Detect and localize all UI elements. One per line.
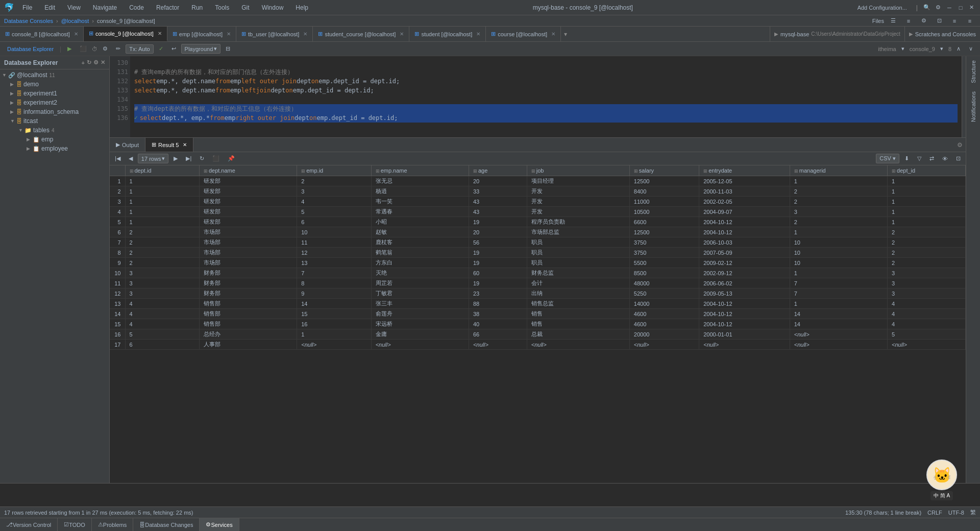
- line-down[interactable]: ∨: [966, 44, 976, 53]
- titlebar-menu-help[interactable]: Help: [291, 3, 312, 12]
- toolbar-icon-3[interactable]: ⚙: [918, 15, 930, 27]
- db-new-icon[interactable]: +: [82, 60, 85, 66]
- user-chevron[interactable]: ▾: [898, 44, 908, 53]
- titlebar-menu-run[interactable]: Run: [187, 3, 207, 12]
- tab-close-icon[interactable]: ✕: [303, 31, 307, 37]
- db-settings-icon[interactable]: ⚙: [93, 59, 99, 66]
- col-header-emp-id[interactable]: ⊞emp.id: [297, 165, 371, 176]
- toolbar-icon-6[interactable]: ≡: [964, 15, 976, 27]
- full-screen-btn[interactable]: ⊡: [953, 154, 964, 163]
- toolbar-icon-4[interactable]: ⊡: [933, 15, 945, 27]
- eye-btn[interactable]: 👁: [939, 155, 951, 163]
- tab-tb-user[interactable]: ⊞ tb_user [@localhost] ✕: [236, 27, 313, 41]
- db-explorer-btn[interactable]: Database Explorer: [4, 45, 57, 53]
- results-pin[interactable]: 📌: [225, 154, 238, 163]
- tab-student[interactable]: ⊞ student [@localhost] ✕: [409, 27, 486, 41]
- col-header-age[interactable]: ⊞age: [469, 165, 527, 176]
- breadcrumb-host[interactable]: @localhost: [61, 18, 89, 24]
- run-btn[interactable]: ▶: [64, 44, 75, 53]
- tab-close-icon[interactable]: ✕: [400, 31, 404, 37]
- results-last[interactable]: ▶|: [183, 154, 194, 163]
- tab-emp[interactable]: ⊞ emp [@localhost] ✕: [167, 27, 236, 41]
- result5-tab[interactable]: ⊞ Result 5 ✕: [145, 138, 193, 152]
- close-button[interactable]: ✕: [968, 4, 976, 12]
- results-table-wrapper[interactable]: ⊞dept.id ⊞dept.name ⊞emp.id ⊞emp.name ⊞a…: [110, 165, 966, 483]
- settings-icon[interactable]: ⚙: [934, 4, 942, 12]
- col-header-dept-id[interactable]: ⊞dept.id: [125, 165, 199, 176]
- table-row[interactable]: 165总经办1金庸66总裁200002000-01-01<null>5: [110, 329, 966, 340]
- toolbar-icon-5[interactable]: ≡: [948, 15, 961, 27]
- tree-item-emp-table[interactable]: ▶ 📋 emp: [0, 135, 109, 144]
- table-row[interactable]: 41研发部5常遇春43开发105002004-09-0731: [110, 207, 966, 217]
- tab-student-course[interactable]: ⊞ student_course [@localhost] ✕: [313, 27, 409, 41]
- tab-close-icon[interactable]: ✕: [551, 31, 555, 37]
- col-header-job[interactable]: ⊞job: [527, 165, 629, 176]
- filter-btn[interactable]: ▽: [914, 154, 924, 163]
- titlebar-menu-refactor[interactable]: Refactor: [152, 3, 183, 12]
- tab-course[interactable]: ⊞ course [@localhost] ✕: [486, 27, 561, 41]
- output-tab[interactable]: ▶ Output: [110, 138, 145, 152]
- tab-close-icon[interactable]: ✕: [158, 31, 162, 36]
- tab-console8[interactable]: ⊞ console_8 [@localhost] ✕: [0, 27, 84, 41]
- results-next[interactable]: ▶: [170, 154, 181, 163]
- add-configuration-button[interactable]: Add Configuration...: [853, 4, 911, 12]
- titlebar-menu-tools[interactable]: Tools: [211, 3, 233, 12]
- tree-item-employee[interactable]: ▶ 📋 employee: [0, 144, 109, 153]
- commit-icon[interactable]: ↩: [168, 44, 179, 53]
- tabs-more[interactable]: ▾: [561, 27, 570, 41]
- editor-text-area[interactable]: # 查询emp表的所有数据，和对应的部门信息（左外连接） select emp.…: [130, 56, 962, 137]
- results-reload[interactable]: ↻: [197, 154, 207, 163]
- tree-item-localhost[interactable]: ▼ 🔗 @localhost 11: [0, 70, 109, 80]
- stop-btn[interactable]: ⬛: [77, 44, 90, 53]
- titlebar-menu-edit[interactable]: Edit: [40, 3, 59, 12]
- col-header-emp-name[interactable]: ⊞emp.name: [371, 165, 469, 176]
- table-row[interactable]: 144销售部15俞莲舟38销售46002004-10-12144: [110, 309, 966, 319]
- tree-item-tables[interactable]: ▼ 📁 tables 4: [0, 126, 109, 135]
- line-up[interactable]: ∧: [953, 44, 964, 53]
- table-row[interactable]: 62市场部10赵敏20市场部总监125002004-10-1212: [110, 227, 966, 237]
- col-header-managerid[interactable]: ⊞managerid: [790, 165, 887, 176]
- editor-scrollbar[interactable]: [962, 56, 966, 137]
- tab-close-icon[interactable]: ✕: [74, 31, 78, 37]
- table-row[interactable]: 92市场部13方东白19职员55002009-02-12102: [110, 258, 966, 268]
- titlebar-menu-code[interactable]: Code: [125, 3, 148, 12]
- structure-tab[interactable]: Structure: [968, 56, 978, 87]
- titlebar-menu-git[interactable]: Git: [237, 3, 253, 12]
- results-stop[interactable]: ⬛: [209, 154, 223, 163]
- tab-close-icon[interactable]: ✕: [476, 31, 480, 37]
- table-row[interactable]: 154销售部16宋远桥40销售46002004-10-12144: [110, 319, 966, 329]
- services-tab[interactable]: ⚙ Services: [200, 518, 239, 531]
- tree-item-information-schema[interactable]: ▶ 🗄 information_schema: [0, 107, 109, 116]
- titlebar-menu-view[interactable]: View: [63, 3, 85, 12]
- table-row[interactable]: 51研发部6小昭19程序员负责勘66002004-10-1221: [110, 217, 966, 227]
- results-prev[interactable]: ◀: [126, 154, 136, 163]
- settings-icon2[interactable]: ⚙: [100, 44, 111, 53]
- db-refresh-icon[interactable]: ↻: [87, 59, 91, 66]
- results-first[interactable]: |◀: [112, 154, 124, 163]
- titlebar-menu-navigate[interactable]: Navigate: [89, 3, 121, 12]
- rows-dropdown[interactable]: 17 rows ▾: [138, 154, 169, 163]
- minimize-button[interactable]: ─: [945, 4, 953, 12]
- table-row[interactable]: 103财务部7灭绝60财务总监85002002-09-1213: [110, 268, 966, 278]
- table-row[interactable]: 31研发部4韦一笑43开发110002002-02-0521: [110, 197, 966, 207]
- db-changes-tab[interactable]: 🗄 Database Changes: [133, 518, 200, 531]
- toolbar-icon-1[interactable]: ☰: [887, 15, 899, 27]
- csv-dropdown[interactable]: CSV ▾: [876, 154, 899, 163]
- format-icon[interactable]: ⊟: [223, 44, 233, 53]
- table-row[interactable]: 21研发部3杨逍33开发84002000-11-0321: [110, 186, 966, 197]
- col-header-dept-id2[interactable]: ⊞dept_id: [888, 165, 966, 176]
- titlebar-menu-file[interactable]: File: [18, 3, 36, 12]
- files-label[interactable]: Files: [872, 18, 884, 24]
- tree-item-experiment2[interactable]: ▶ 🗄 experiment2: [0, 98, 109, 107]
- titlebar-menu-window[interactable]: Window: [258, 3, 288, 12]
- table-row[interactable]: 113财务部8周芷若19会计480002006-06-0273: [110, 278, 966, 288]
- check-btn[interactable]: ✓: [156, 44, 166, 53]
- db-close-icon[interactable]: ✕: [101, 59, 105, 66]
- table-row[interactable]: 134销售部14张三丰88销售总监140002004-10-1214: [110, 299, 966, 309]
- version-control-tab[interactable]: ⎇ Version Control: [0, 518, 58, 531]
- tree-item-experiment1[interactable]: ▶ 🗄 experiment1: [0, 89, 109, 98]
- tx-dropdown[interactable]: Tx: Auto: [126, 44, 153, 54]
- code-editor[interactable]: 130 131 132 133 134 135 136 # 查询emp表的所有数…: [110, 56, 966, 138]
- search-icon[interactable]: 🔍: [923, 4, 931, 12]
- table-row[interactable]: 123财务部9丁敏君23出纳52502009-05-1373: [110, 288, 966, 299]
